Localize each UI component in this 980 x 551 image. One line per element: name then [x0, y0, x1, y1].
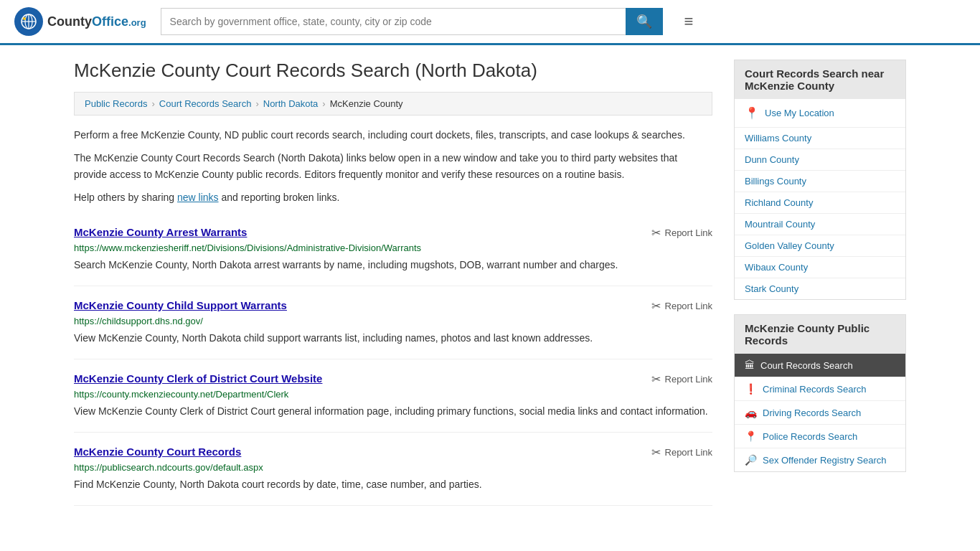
- logo[interactable]: CountyOffice.org: [14, 7, 146, 36]
- breadcrumb-north-dakota[interactable]: North Dakota: [263, 98, 319, 109]
- report-link-0[interactable]: ✂ Report Link: [651, 226, 712, 240]
- sidebar-item-label-3[interactable]: Police Records Search: [763, 431, 857, 442]
- report-link-3[interactable]: ✂ Report Link: [651, 446, 712, 459]
- hamburger-icon: ≡: [684, 12, 694, 30]
- public-records-list: 🏛 Court Records Search ❗ Criminal Record…: [735, 354, 905, 471]
- result-title-3[interactable]: McKenzie County Court Records: [74, 446, 241, 458]
- description-1: Perform a free McKenzie County, ND publi…: [74, 127, 712, 143]
- content-area: McKenzie County Court Records Search (No…: [74, 60, 712, 506]
- breadcrumb-sep-3: ›: [322, 98, 325, 109]
- breadcrumb-sep-2: ›: [255, 98, 258, 109]
- search-button[interactable]: 🔍: [626, 8, 663, 35]
- results-list: McKenzie County Arrest Warrants ✂ Report…: [74, 213, 712, 506]
- main-container: McKenzie County Court Records Search (No…: [60, 45, 920, 520]
- result-url-2[interactable]: https://county.mckenziecounty.net/Depart…: [74, 389, 712, 400]
- report-link-2[interactable]: ✂ Report Link: [651, 372, 712, 386]
- use-location[interactable]: 📍 Use My Location: [735, 99, 905, 128]
- result-title-0[interactable]: McKenzie County Arrest Warrants: [74, 226, 247, 238]
- public-records-item-0[interactable]: 🏛 Court Records Search: [735, 354, 905, 377]
- sidebar-item-icon-1: ❗: [745, 383, 757, 395]
- description-3-pre: Help others by sharing: [74, 192, 177, 203]
- nearby-county-0[interactable]: Williams County: [735, 128, 905, 149]
- logo-wordmark: CountyOffice.org: [47, 14, 146, 29]
- breadcrumb-current: McKenzie County: [330, 98, 403, 109]
- svg-point-5: [23, 17, 26, 20]
- result-item: McKenzie County Child Support Warrants ✂…: [74, 286, 712, 359]
- new-links-link[interactable]: new links: [177, 192, 219, 203]
- sidebar-item-icon-3: 📍: [745, 430, 757, 442]
- sidebar-item-label-0[interactable]: Court Records Search: [760, 360, 853, 371]
- result-item: McKenzie County Arrest Warrants ✂ Report…: [74, 213, 712, 286]
- result-desc-1: View McKenzie County, North Dakota child…: [74, 331, 712, 346]
- result-desc-0: Search McKenzie County, North Dakota arr…: [74, 258, 712, 273]
- nearby-county-5[interactable]: Golden Valley County: [735, 235, 905, 257]
- location-pin-icon: 📍: [745, 106, 759, 120]
- public-records-header: McKenzie County Public Records: [735, 315, 905, 354]
- result-url-0[interactable]: https://www.mckenziesheriff.net/Division…: [74, 242, 712, 253]
- result-url-3[interactable]: https://publicsearch.ndcourts.gov/defaul…: [74, 462, 712, 473]
- report-icon-2: ✂: [651, 372, 661, 386]
- search-icon: 🔍: [636, 14, 652, 29]
- public-records-item-2[interactable]: 🚗 Driving Records Search: [735, 401, 905, 425]
- nearby-counties-list: Williams CountyDunn CountyBillings Count…: [735, 128, 905, 299]
- public-records-item-3[interactable]: 📍 Police Records Search: [735, 425, 905, 448]
- nearby-county-2[interactable]: Billings County: [735, 171, 905, 192]
- nearby-section: Court Records Search near McKenzie Count…: [734, 60, 906, 300]
- breadcrumb-court-records[interactable]: Court Records Search: [159, 98, 252, 109]
- result-desc-2: View McKenzie County Clerk of District C…: [74, 404, 712, 419]
- nearby-county-4[interactable]: Mountrail County: [735, 214, 905, 235]
- result-title-2[interactable]: McKenzie County Clerk of District Court …: [74, 372, 322, 385]
- public-records-section: McKenzie County Public Records 🏛 Court R…: [734, 314, 906, 472]
- menu-button[interactable]: ≡: [684, 12, 694, 31]
- search-bar: 🔍: [161, 8, 663, 35]
- result-item: McKenzie County Clerk of District Court …: [74, 359, 712, 433]
- description-2: The McKenzie County Court Records Search…: [74, 150, 712, 182]
- report-icon-1: ✂: [651, 299, 661, 313]
- report-icon-3: ✂: [651, 446, 661, 459]
- nearby-county-6[interactable]: Wibaux County: [735, 257, 905, 278]
- sidebar-item-icon-0: 🏛: [745, 359, 755, 371]
- report-link-1[interactable]: ✂ Report Link: [651, 299, 712, 313]
- public-records-item-1[interactable]: ❗ Criminal Records Search: [735, 377, 905, 401]
- nearby-section-header: Court Records Search near McKenzie Count…: [735, 60, 905, 99]
- nearby-county-7[interactable]: Stark County: [735, 278, 905, 299]
- page-title: McKenzie County Court Records Search (No…: [74, 60, 712, 82]
- result-desc-3: Find McKenzie County, North Dakota court…: [74, 477, 712, 492]
- breadcrumb-sep-1: ›: [151, 98, 154, 109]
- report-icon-0: ✂: [651, 226, 661, 240]
- result-url-1[interactable]: https://childsupport.dhs.nd.gov/: [74, 316, 712, 326]
- sidebar-item-label-2[interactable]: Driving Records Search: [763, 408, 861, 418]
- sidebar-item-icon-4: 🔎: [745, 454, 757, 466]
- result-title-1[interactable]: McKenzie County Child Support Warrants: [74, 299, 287, 311]
- nearby-county-1[interactable]: Dunn County: [735, 149, 905, 171]
- sidebar-item-label-4[interactable]: Sex Offender Registry Search: [763, 455, 886, 466]
- logo-icon: [14, 7, 43, 36]
- sidebar-item-label-1[interactable]: Criminal Records Search: [763, 384, 867, 395]
- site-header: CountyOffice.org 🔍 ≡: [0, 0, 980, 45]
- search-input[interactable]: [161, 8, 626, 35]
- breadcrumb-public-records[interactable]: Public Records: [85, 98, 147, 109]
- public-records-item-4[interactable]: 🔎 Sex Offender Registry Search: [735, 448, 905, 471]
- sidebar: Court Records Search near McKenzie Count…: [734, 60, 906, 506]
- sidebar-item-icon-2: 🚗: [745, 407, 757, 418]
- description-3: Help others by sharing new links and rep…: [74, 189, 712, 205]
- result-item: McKenzie County Court Records ✂ Report L…: [74, 433, 712, 506]
- nearby-county-3[interactable]: Richland County: [735, 192, 905, 214]
- description-3-post: and reporting broken links.: [219, 192, 340, 203]
- use-location-link[interactable]: Use My Location: [765, 108, 834, 118]
- breadcrumb: Public Records › Court Records Search › …: [74, 92, 712, 116]
